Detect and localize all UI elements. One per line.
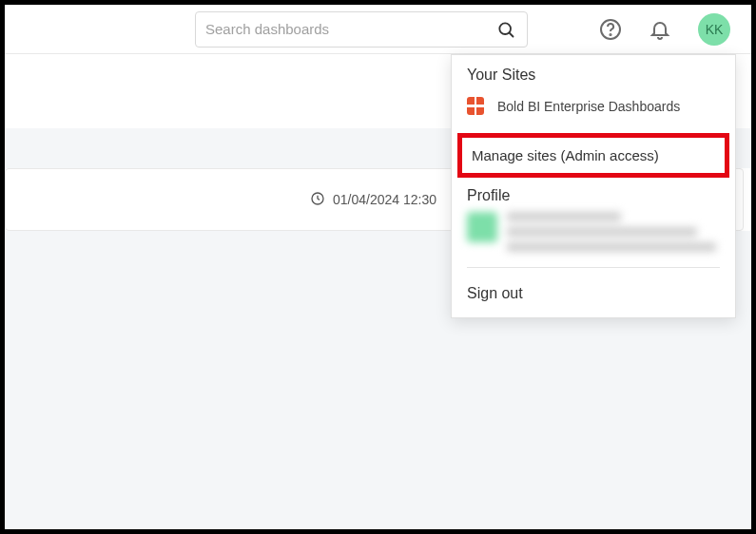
svg-point-3 bbox=[610, 33, 611, 34]
search-container[interactable] bbox=[195, 11, 528, 48]
divider bbox=[467, 267, 720, 268]
profile-body-redacted bbox=[467, 212, 720, 252]
avatar[interactable]: KK bbox=[698, 13, 730, 46]
bell-icon[interactable] bbox=[649, 18, 671, 41]
topbar-actions: KK bbox=[599, 13, 736, 46]
site-item-label: Bold BI Enterprise Dashboards bbox=[497, 99, 680, 114]
timestamp-text: 01/04/2024 12:30 bbox=[333, 192, 436, 207]
svg-line-1 bbox=[510, 32, 514, 36]
timestamp-row: 01/04/2024 12:30 bbox=[310, 191, 436, 209]
topbar: KK bbox=[5, 5, 751, 54]
site-item[interactable]: Bold BI Enterprise Dashboards bbox=[467, 93, 720, 120]
sites-section: Your Sites Bold BI Enterprise Dashboards bbox=[452, 55, 735, 129]
help-icon[interactable] bbox=[599, 18, 622, 41]
signout-link[interactable]: Sign out bbox=[452, 272, 735, 317]
manage-sites-link[interactable]: Manage sites (Admin access) bbox=[457, 133, 729, 178]
clock-icon bbox=[310, 191, 325, 209]
search-icon[interactable] bbox=[494, 18, 517, 41]
boldbi-logo-icon bbox=[467, 97, 486, 116]
search-input[interactable] bbox=[205, 21, 494, 37]
user-dropdown: Your Sites Bold BI Enterprise Dashboards… bbox=[451, 54, 736, 318]
sites-title: Your Sites bbox=[467, 67, 720, 84]
profile-title: Profile bbox=[467, 187, 720, 204]
profile-avatar bbox=[467, 212, 497, 242]
profile-section: Profile bbox=[452, 178, 735, 263]
